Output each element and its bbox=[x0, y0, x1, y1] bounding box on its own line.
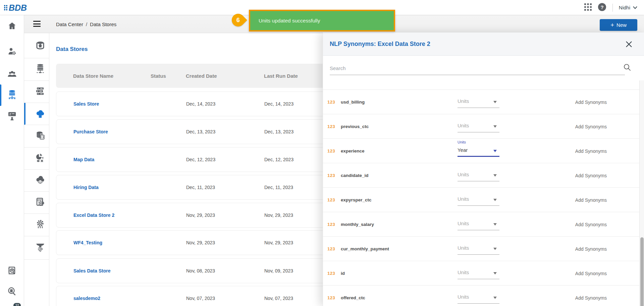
data-store-link[interactable]: Sales Data Store bbox=[73, 259, 111, 283]
settings-database-icon[interactable] bbox=[36, 197, 45, 207]
cloud-database-icon[interactable] bbox=[36, 109, 45, 118]
caret-down-icon bbox=[493, 223, 497, 226]
data-store-link[interactable]: Map Data bbox=[73, 147, 94, 172]
data-store-link[interactable]: Purchase Store bbox=[73, 120, 108, 144]
data-prep-icon[interactable] bbox=[36, 153, 45, 163]
user-menu[interactable]: Nidhi bbox=[619, 5, 637, 10]
units-dropdown[interactable]: Units bbox=[458, 292, 499, 304]
breadcrumb: Data Center / Data Stores bbox=[56, 15, 116, 33]
created-date-cell: Nov, 07, 2023 bbox=[186, 286, 215, 306]
caret-down-icon bbox=[493, 150, 497, 152]
field-row: 123 expyrsper_ctc Units Add Synonyms bbox=[323, 188, 640, 212]
secondary-sidebar bbox=[24, 33, 49, 306]
database-code-icon[interactable] bbox=[36, 131, 45, 140]
add-synonyms-link[interactable]: Add Synonyms bbox=[575, 237, 607, 261]
field-name: cur_monthly_payment bbox=[341, 237, 389, 261]
breadcrumb-data-center[interactable]: Data Center bbox=[56, 21, 83, 27]
chevron-down-icon bbox=[633, 6, 637, 9]
panel-scrollbar-thumb[interactable] bbox=[640, 237, 644, 306]
add-synonyms-link[interactable]: Add Synonyms bbox=[575, 286, 607, 306]
bdb-logo[interactable]: BDB bbox=[4, 2, 27, 14]
numeric-type-icon: 123 bbox=[327, 212, 335, 237]
last-run-date-cell: Dec, 12, 2023 bbox=[264, 147, 293, 172]
units-dropdown[interactable]: Units bbox=[458, 170, 499, 181]
field-row: 123 monthly_salary Units Add Synonyms bbox=[323, 212, 640, 237]
user-settings-icon[interactable] bbox=[7, 47, 17, 56]
last-run-date-cell: Dec, 13, 2023 bbox=[264, 120, 293, 144]
apps-grid-icon[interactable] bbox=[584, 3, 592, 12]
home-icon[interactable] bbox=[7, 21, 17, 30]
database-cluster-icon[interactable] bbox=[36, 64, 45, 73]
add-synonyms-link[interactable]: Add Synonyms bbox=[575, 163, 607, 188]
new-button[interactable]: + New bbox=[600, 19, 637, 31]
units-dropdown-selected[interactable]: Units Year bbox=[458, 145, 499, 157]
field-name: experience bbox=[341, 139, 365, 163]
numeric-type-icon: 123 bbox=[327, 139, 335, 163]
caret-down-icon bbox=[493, 297, 497, 299]
column-header-status: Status bbox=[151, 64, 166, 88]
last-run-date-cell: Nov, 07, 2023 bbox=[264, 286, 293, 306]
numeric-type-icon: 123 bbox=[327, 114, 335, 139]
presentation-user-icon[interactable] bbox=[7, 111, 17, 121]
numeric-type-icon: 123 bbox=[327, 261, 335, 286]
units-dropdown[interactable]: Units bbox=[458, 219, 499, 230]
menu-toggle-icon[interactable] bbox=[33, 21, 41, 27]
caret-down-icon bbox=[493, 272, 497, 274]
last-run-date-cell: Nov, 29, 2023 bbox=[264, 231, 293, 255]
catalog-search-icon[interactable] bbox=[7, 266, 17, 276]
close-icon[interactable] bbox=[625, 40, 633, 48]
database-network-icon[interactable] bbox=[7, 90, 17, 100]
caret-down-icon bbox=[493, 248, 497, 250]
api-gear-icon[interactable] bbox=[36, 220, 45, 229]
numeric-type-icon: 123 bbox=[327, 286, 335, 306]
data-store-link[interactable]: WF4_Testing bbox=[73, 231, 102, 255]
add-synonyms-link[interactable]: Add Synonyms bbox=[575, 114, 607, 139]
units-dropdown[interactable]: Units bbox=[458, 243, 499, 255]
created-date-cell: Dec, 12, 2023 bbox=[186, 147, 215, 172]
help-icon[interactable]: ? bbox=[598, 3, 606, 13]
data-search-icon[interactable] bbox=[7, 287, 17, 296]
logo-dots-icon bbox=[4, 5, 7, 10]
panel-scrollbar-track[interactable] bbox=[639, 80, 644, 306]
field-row: 123 usd_billing Units Add Synonyms bbox=[323, 90, 640, 114]
panel-title: NLP Synonyms: Excel Data Store 2 bbox=[330, 33, 430, 56]
add-synonyms-link[interactable]: Add Synonyms bbox=[575, 188, 607, 212]
primary-sidebar: 32 bbox=[0, 15, 24, 306]
units-dropdown[interactable]: Units bbox=[458, 96, 499, 108]
field-name: id bbox=[341, 261, 345, 286]
created-date-cell: Nov, 29, 2023 bbox=[186, 203, 215, 227]
notification-count-badge: 32 bbox=[13, 303, 21, 306]
data-funnel-icon[interactable] bbox=[36, 243, 45, 252]
field-row: 123 candidate_id Units Add Synonyms bbox=[323, 163, 640, 188]
units-dropdown[interactable]: Units bbox=[458, 121, 499, 132]
breadcrumb-data-stores[interactable]: Data Stores bbox=[90, 21, 116, 27]
numeric-type-icon: 123 bbox=[327, 90, 335, 114]
data-store-link[interactable]: Excel Data Store 2 bbox=[73, 203, 114, 227]
user-name: Nidhi bbox=[619, 5, 630, 10]
field-name: monthly_salary bbox=[341, 212, 374, 237]
data-store-link[interactable]: salesdemo2 bbox=[73, 286, 100, 306]
field-name: candidate_id bbox=[341, 163, 369, 188]
secondary-active-indicator bbox=[24, 103, 25, 125]
app-root: BDB ? Nidhi bbox=[0, 0, 644, 306]
add-synonyms-link[interactable]: Add Synonyms bbox=[575, 212, 607, 237]
user-group-icon[interactable] bbox=[7, 69, 17, 79]
data-store-link[interactable]: Hiring Data bbox=[73, 175, 99, 199]
cloud-layers-icon[interactable] bbox=[36, 175, 45, 185]
search-input[interactable] bbox=[330, 62, 625, 75]
add-synonyms-link[interactable]: Add Synonyms bbox=[575, 90, 607, 114]
column-header-name: Data Store Name bbox=[73, 64, 113, 88]
units-dropdown[interactable]: Units bbox=[458, 267, 499, 279]
data-store-link[interactable]: Sales Store bbox=[73, 92, 99, 116]
field-row: 123 cur_monthly_payment Units Add Synony… bbox=[323, 237, 640, 261]
add-synonyms-link[interactable]: Add Synonyms bbox=[575, 261, 607, 286]
search-icon[interactable] bbox=[624, 64, 631, 72]
units-dropdown[interactable]: Units bbox=[458, 194, 499, 206]
field-row: 123 offered_ctc Units Add Synonyms bbox=[323, 286, 640, 306]
last-run-date-cell: Dec, 11, 2023 bbox=[264, 175, 293, 199]
column-header-last-run: Last Run Date bbox=[264, 64, 298, 88]
units-floating-label: Units bbox=[458, 140, 466, 144]
database-home-icon[interactable] bbox=[36, 41, 45, 50]
server-rack-icon[interactable] bbox=[36, 86, 45, 96]
add-synonyms-link[interactable]: Add Synonyms bbox=[575, 139, 607, 163]
